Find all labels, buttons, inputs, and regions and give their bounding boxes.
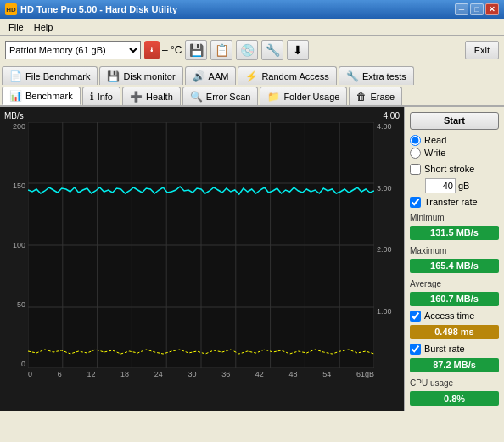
- main-area: MB/s 4.00 200 150 100 50 0: [0, 106, 504, 411]
- toolbar-btn-2[interactable]: 📋: [210, 40, 232, 60]
- app-icon: HD: [5, 3, 17, 15]
- stroke-value-input[interactable]: [425, 178, 456, 193]
- toolbar-btn-5[interactable]: ⬇: [287, 40, 309, 60]
- menu-help[interactable]: Help: [29, 21, 59, 33]
- tabs-row-1: 📄 File Benchmark 💾 Disk monitor 🔊 AAM ⚡ …: [0, 64, 504, 85]
- menu-file[interactable]: File: [3, 21, 29, 33]
- tab-error-scan[interactable]: 🔍 Error Scan: [182, 87, 259, 105]
- y-label-100: 100: [4, 241, 25, 249]
- tab-extra-tests-label: Extra tests: [362, 71, 406, 81]
- tab-erase-label: Erase: [370, 92, 395, 102]
- burst-rate-checkbox[interactable]: [410, 344, 421, 355]
- tab-error-scan-label: Error Scan: [206, 92, 251, 102]
- toolbar-btn-1[interactable]: 💾: [185, 40, 207, 60]
- info-icon: ℹ: [90, 91, 94, 103]
- y-label-0: 0: [4, 360, 25, 368]
- health-icon: ➕: [130, 91, 143, 103]
- toolbar-btn-3[interactable]: 💿: [236, 40, 258, 60]
- thermometer-icon: 🌡: [144, 41, 160, 59]
- minimize-button[interactable]: ─: [455, 3, 468, 15]
- short-stroke-label: Short stroke: [424, 164, 474, 174]
- x-label-12: 12: [87, 370, 95, 378]
- stroke-input-row: gB: [425, 178, 499, 193]
- tab-disk-monitor[interactable]: 💾 Disk monitor: [99, 66, 182, 85]
- toolbar-btn-4[interactable]: 🔧: [261, 40, 283, 60]
- minimum-label: Minimum: [410, 213, 499, 222]
- tab-erase[interactable]: 🗑 Erase: [349, 87, 402, 105]
- chart-top-labels: MB/s 4.00: [4, 111, 400, 120]
- write-radio[interactable]: [410, 148, 421, 159]
- cpu-usage-value: 0.8%: [410, 391, 499, 406]
- tab-random-access-label: Random Access: [261, 71, 328, 81]
- y2-axis-label: 4.00: [384, 111, 400, 120]
- erase-icon: 🗑: [356, 91, 367, 103]
- ms-label-400: 4.00: [377, 122, 400, 131]
- disk-monitor-icon: 💾: [107, 70, 120, 82]
- window-title: HD Tune Pro 5.00 - Hard Disk Utility: [20, 4, 177, 14]
- tab-disk-monitor-label: Disk monitor: [123, 71, 175, 81]
- short-stroke-checkbox[interactable]: [410, 164, 421, 175]
- tab-health-label: Health: [146, 92, 173, 102]
- x-label-36: 36: [221, 370, 230, 378]
- aam-icon: 🔊: [193, 70, 205, 82]
- y-label-150: 150: [4, 182, 25, 190]
- read-radio[interactable]: [410, 135, 421, 146]
- maximum-value: 165.4 MB/s: [410, 259, 499, 273]
- maximum-label: Maximum: [410, 246, 499, 255]
- folder-usage-icon: 📁: [267, 91, 280, 103]
- y-axis-labels: 200 150 100 50 0: [4, 122, 28, 368]
- stroke-unit-label: gB: [458, 181, 469, 191]
- x-label-42: 42: [255, 370, 264, 378]
- ms-label-100: 1.00: [377, 307, 400, 316]
- tab-aam[interactable]: 🔊 AAM: [185, 66, 237, 85]
- y-label-50: 50: [4, 300, 25, 309]
- transfer-rate-checkbox[interactable]: [410, 197, 421, 208]
- menu-bar: File Help: [0, 19, 504, 36]
- access-time-checkbox[interactable]: [410, 311, 421, 322]
- y2-axis-labels: 4.00 3.00 2.00 1.00: [374, 122, 400, 368]
- maximize-button[interactable]: □: [470, 3, 484, 15]
- tab-folder-usage[interactable]: 📁 Folder Usage: [260, 87, 347, 105]
- tab-info[interactable]: ℹ Info: [82, 87, 120, 105]
- drive-select[interactable]: Patriot Memory (61 gB): [5, 41, 141, 59]
- read-label: Read: [424, 135, 446, 145]
- file-benchmark-icon: 📄: [9, 70, 22, 82]
- tab-folder-usage-label: Folder Usage: [283, 92, 339, 102]
- tab-benchmark-label: Benchmark: [25, 91, 73, 101]
- transfer-rate-label: Transfer rate: [424, 197, 478, 207]
- tab-benchmark[interactable]: 📊 Benchmark: [2, 87, 81, 105]
- x-label-54: 54: [322, 370, 331, 378]
- temperature-value: – °C: [162, 44, 182, 56]
- title-bar: HD HD Tune Pro 5.00 - Hard Disk Utility …: [0, 0, 504, 19]
- x-label-18: 18: [120, 370, 129, 378]
- start-button[interactable]: Start: [410, 112, 499, 130]
- burst-rate-checkbox-item[interactable]: Burst rate: [410, 344, 499, 355]
- x-label-30: 30: [188, 370, 196, 378]
- y-label-200: 200: [4, 122, 25, 131]
- tab-aam-label: AAM: [209, 71, 229, 81]
- error-scan-icon: 🔍: [190, 91, 203, 103]
- burst-rate-label: Burst rate: [424, 344, 465, 354]
- tab-extra-tests[interactable]: 🔧 Extra tests: [339, 66, 414, 85]
- read-radio-item[interactable]: Read: [410, 135, 499, 146]
- x-label-24: 24: [154, 370, 163, 378]
- y-axis-label: MB/s: [4, 111, 24, 120]
- tab-file-benchmark[interactable]: 📄 File Benchmark: [2, 66, 98, 85]
- x-label-0: 0: [28, 370, 32, 378]
- short-stroke-checkbox-item[interactable]: Short stroke: [410, 164, 499, 175]
- benchmark-icon: 📊: [9, 90, 22, 102]
- extra-tests-icon: 🔧: [346, 70, 359, 82]
- write-radio-item[interactable]: Write: [410, 148, 499, 159]
- ms-label-200: 2.00: [377, 245, 400, 254]
- transfer-rate-checkbox-item[interactable]: Transfer rate: [410, 197, 499, 208]
- window-controls: ─ □ ✕: [455, 3, 499, 15]
- access-time-value: 0.498 ms: [410, 325, 499, 339]
- exit-button[interactable]: Exit: [465, 41, 499, 59]
- close-button[interactable]: ✕: [485, 3, 499, 15]
- chart-area: MB/s 4.00 200 150 100 50 0: [0, 107, 404, 411]
- tab-random-access[interactable]: ⚡ Random Access: [238, 66, 336, 85]
- write-label: Write: [424, 148, 445, 158]
- tabs-row-2: 📊 Benchmark ℹ Info ➕ Health 🔍 Error Scan…: [0, 85, 504, 106]
- access-time-checkbox-item[interactable]: Access time: [410, 311, 499, 322]
- tab-health[interactable]: ➕ Health: [122, 87, 181, 105]
